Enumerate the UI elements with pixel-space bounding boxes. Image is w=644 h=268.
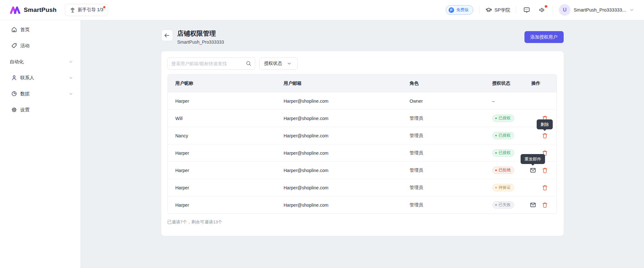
status-dot (495, 187, 497, 188)
page-subtitle: SmartPush_Pro333333 (177, 39, 224, 45)
divider (516, 6, 516, 14)
table-row: Nancy Harper@shopline.com 管理员 已授权 删除 (168, 127, 557, 144)
nickname-cell: Harper (168, 179, 276, 196)
role-cell: 管理员 (402, 127, 485, 144)
status-badge: 已授权 (492, 115, 514, 122)
search-input[interactable] (167, 57, 255, 70)
column-header: 用户邮箱 (276, 74, 402, 92)
status-cell: – (485, 92, 532, 109)
academy-link[interactable]: SP学院 (485, 7, 510, 13)
user-menu[interactable]: U SmartPush_Pro333333... (559, 4, 634, 16)
arrow-left-icon (164, 32, 170, 39)
status-filter-value: 授权状态 (264, 61, 282, 66)
status-dot (495, 152, 497, 154)
table-row: Harper Harper@shopline.com Owner – (168, 92, 557, 109)
email-cell: Harper@shopline.com (276, 161, 402, 179)
delete-action-button[interactable]: 删除 (541, 132, 548, 139)
brand-name: SmartPush (24, 6, 57, 13)
sidebar-item-活动[interactable]: 活动 (0, 38, 80, 54)
signpost-icon (70, 7, 76, 13)
chevron-down-icon (287, 61, 292, 66)
delete-action-button[interactable] (541, 167, 548, 174)
sidebar-item-自动化[interactable]: 自动化 (0, 54, 80, 70)
actions-cell: 删除 (532, 127, 557, 144)
search-icon (246, 60, 252, 66)
invite-quota-note: 已邀请7个，剩余可邀请13个 (167, 219, 558, 225)
home-icon (11, 26, 17, 33)
column-header: 角色 (402, 74, 485, 92)
announcements-button[interactable] (537, 5, 547, 15)
brand-logo[interactable]: SmartPush (10, 6, 57, 14)
settings-icon (11, 107, 17, 113)
add-authorized-user-button[interactable]: 添加授权用户 (524, 31, 564, 43)
email-cell: Harper@shopline.com (276, 127, 402, 144)
status-dot (495, 204, 497, 206)
onboarding-guide-button[interactable]: 新手引导 1/3 (65, 4, 108, 16)
status-filter-select[interactable]: 授权状态 (259, 57, 298, 70)
sidebar-item-首页[interactable]: 首页 (0, 22, 80, 38)
email-cell: Harper@shopline.com (276, 144, 402, 161)
permissions-card: 授权状态 用户昵称用户邮箱角色授权状态操作 Harper Harper@shop… (161, 51, 564, 236)
status-empty: – (492, 99, 495, 104)
status-badge: 已授权 (492, 132, 514, 139)
divider (479, 6, 479, 14)
tooltip: 重发邮件 (521, 154, 545, 164)
status-dot (495, 117, 497, 119)
tooltip: 删除 (537, 119, 553, 129)
back-button[interactable] (161, 30, 173, 41)
delete-action-button[interactable] (541, 184, 548, 191)
messages-button[interactable] (522, 5, 532, 15)
table-row: Harper Harper@shopline.com 管理员 已失效 (168, 196, 557, 213)
resend-email-action-button[interactable]: 重发邮件 (530, 167, 536, 174)
status-badge: 已拒绝 (492, 167, 514, 174)
main-content: 店铺权限管理 SmartPush_Pro333333 添加授权用户 授权状态 (81, 20, 644, 268)
status-cell: 已拒绝 (485, 161, 532, 179)
graduation-cap-icon (485, 7, 492, 13)
mail-icon (530, 202, 536, 208)
role-cell: 管理员 (402, 109, 485, 127)
settings-icon (11, 107, 17, 113)
page-title: 店铺权限管理 (177, 30, 224, 37)
mail-icon (530, 167, 536, 174)
home-icon (11, 26, 17, 33)
nickname-cell: Nancy (168, 127, 276, 144)
sidebar-item-设置[interactable]: 设置 (0, 102, 80, 118)
trash-icon (541, 167, 548, 174)
trash-icon (541, 184, 548, 191)
sidebar-item-联系人[interactable]: 联系人 (0, 70, 80, 86)
users-table: 用户昵称用户邮箱角色授权状态操作 Harper Harper@shopline.… (167, 74, 557, 214)
nickname-cell: Harper (168, 196, 276, 213)
trash-icon (541, 202, 548, 208)
role-cell: 管理员 (402, 179, 485, 196)
status-badge: 已失效 (492, 201, 514, 209)
plan-badge[interactable]: 免费版 (446, 5, 473, 15)
tag-icon (11, 42, 17, 49)
actions-cell (532, 196, 557, 213)
status-cell: 已授权 (485, 127, 532, 144)
delete-action-button[interactable] (541, 202, 548, 208)
actions-cell (532, 179, 557, 196)
resend-email-action-button[interactable] (530, 202, 536, 208)
chevron-down-icon (68, 91, 73, 96)
role-cell: 管理员 (402, 161, 485, 179)
email-cell: Harper@shopline.com (276, 179, 402, 196)
chevron-down-icon (68, 59, 73, 64)
role-cell: 管理员 (402, 144, 485, 161)
smartpush-logo-icon (10, 6, 21, 14)
status-cell: 已失效 (485, 196, 532, 213)
contacts-icon (11, 74, 17, 81)
divider (553, 6, 553, 14)
nickname-cell: Harper (168, 144, 276, 161)
status-dot (495, 135, 497, 136)
table-header-row: 用户昵称用户邮箱角色授权状态操作 (168, 74, 557, 92)
guide-label: 新手引导 1/3 (78, 7, 103, 13)
nickname-cell: Harper (168, 161, 276, 179)
chat-icon (523, 6, 530, 13)
trash-icon (541, 132, 548, 139)
status-dot (495, 169, 497, 171)
sidebar-item-数据[interactable]: 数据 (0, 86, 80, 102)
sidebar: 首页 活动 自动化 联系人 数据 设置 (0, 20, 81, 268)
notification-dot (545, 5, 547, 8)
search-box (167, 57, 255, 70)
email-cell: Harper@shopline.com (276, 92, 402, 109)
